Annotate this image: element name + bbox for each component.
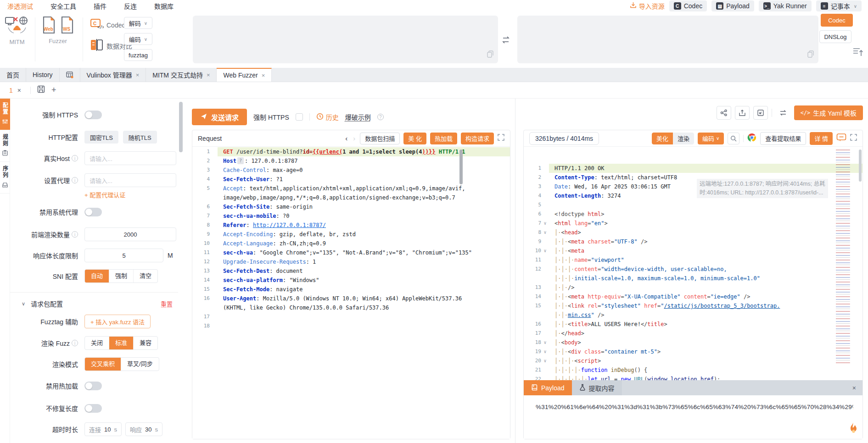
editor-line[interactable]: 7∨<html lang="en"> — [524, 219, 862, 228]
collapse-list-icon[interactable] — [852, 47, 864, 60]
sni-clear-option[interactable]: 清空 — [133, 270, 157, 282]
editor-line[interactable]: 12│·│·│·content="width=device-width, use… — [524, 265, 862, 274]
fullscreen-icon[interactable] — [498, 134, 504, 143]
fuzztag-button[interactable]: fuzztag — [124, 49, 152, 61]
close-icon[interactable]: × — [852, 384, 862, 392]
editor-line[interactable]: 16User-Agent: Mozilla/5.0 (Windows NT 10… — [192, 294, 510, 303]
tab-mitm-交互式劫持[interactable]: MITM 交互式劫持× — [146, 68, 217, 82]
swap-icon[interactable] — [501, 36, 510, 46]
force-https-checkbox[interactable] — [296, 113, 303, 121]
render-mode-cross-option[interactable]: 交叉乘积 — [85, 358, 121, 371]
payload-button[interactable]: ▤Payload — [711, 0, 754, 11]
extract-content-tab[interactable]: 提取内容 — [572, 380, 622, 395]
editor-line[interactable]: (KHTML, like Gecko) Chrome/135.0.0.0 Saf… — [192, 303, 510, 312]
editor-line[interactable]: 13Sec-Fetch-Dest: document — [192, 266, 510, 276]
editor-line[interactable]: 10Accept-Language: zh-CN,zh;q=0.9 — [192, 239, 510, 248]
beautify-button[interactable]: 美 化 — [403, 133, 426, 144]
insert-fuzz-syntax-button[interactable]: + 插入 yak.fuzz 语法 — [84, 315, 151, 328]
close-icon[interactable]: × — [207, 72, 210, 78]
send-request-button[interactable]: 发送请求 — [192, 109, 247, 125]
gm-tls-button[interactable]: 国密TLS — [84, 131, 118, 144]
editor-line[interactable]: 13│·│·/> — [524, 283, 862, 292]
copy-icon[interactable] — [807, 50, 814, 60]
response-encode-dropdown[interactable]: 编码∨ — [698, 133, 724, 144]
help-icon[interactable]: ? — [377, 114, 384, 120]
prev-packet-arrow[interactable]: ‹ — [344, 134, 348, 142]
minimap[interactable] — [836, 150, 856, 364]
side-codec-button[interactable]: Codec — [821, 14, 853, 27]
editor-line[interactable]: 20∨│·│·│·<script> — [524, 356, 862, 365]
editor-line[interactable]: 14sec-ch-ua-platform: "Windows" — [192, 276, 510, 285]
editor-line[interactable]: 6<!doctype html> — [524, 210, 862, 219]
comment-icon[interactable] — [836, 133, 846, 144]
close-icon[interactable]: × — [136, 72, 140, 78]
next-packet-arrow[interactable]: › — [352, 134, 356, 142]
decode-dropdown[interactable]: 解码∨ — [124, 17, 152, 29]
render-fuzz-standard-option[interactable]: 标准 — [109, 337, 133, 349]
editor-line[interactable]: 8∨│·<head> — [524, 228, 862, 237]
sni-force-option[interactable]: 强制 — [109, 270, 133, 282]
render-mode-pitchfork-option[interactable]: 草叉/同步 — [121, 358, 159, 371]
share-icon[interactable] — [717, 106, 731, 120]
search-icon[interactable] — [728, 133, 739, 144]
fuzzer-subtab-1[interactable]: 1 × — [6, 87, 24, 94]
editor-line[interactable]: 11sec-ch-ua: "Google Chrome";v="135", "N… — [192, 248, 510, 257]
editor-line[interactable]: 7sec-ch-ua-mobile: ?0 — [192, 211, 510, 221]
blast-example-link[interactable]: 爆破示例 — [345, 112, 371, 122]
payload-value[interactable]: %31%20%61%6e%64%20%31%3d%31%3b%73%65%6c%… — [536, 404, 853, 410]
reset-button[interactable]: 重置 — [161, 299, 173, 308]
response-render-button[interactable]: 渲染 — [673, 133, 694, 144]
disable-sys-proxy-toggle[interactable] — [84, 208, 102, 216]
editor-line[interactable]: 12Upgrade-Insecure-Requests: 1 — [192, 257, 510, 266]
rail-item-规则[interactable]: 规则 — [0, 130, 10, 162]
swap-view-icon[interactable] — [776, 106, 790, 120]
settings-scrollbar[interactable] — [179, 102, 183, 439]
editor-line[interactable]: 1HTTP/1.1 200 OK — [524, 164, 862, 173]
real-host-input[interactable]: 请输入... — [84, 151, 176, 165]
side-dnslog-button[interactable]: DNSLog — [819, 30, 851, 43]
editor-line[interactable]: 5 — [524, 200, 862, 210]
history-button[interactable]: 历史 — [316, 112, 339, 122]
menu-item-0[interactable]: 渗透测试 — [7, 1, 33, 11]
editor-line[interactable]: 18∨│·<body> — [524, 338, 862, 347]
editor-line[interactable]: 9Accept-Encoding: gzip, deflate, br, zst… — [192, 230, 510, 239]
rail-item-配置[interactable]: 配置 — [0, 99, 10, 130]
encode-dropdown[interactable]: 编码∨ — [124, 33, 152, 45]
proxy-input[interactable]: 请输入... — [84, 173, 176, 187]
tab-首页[interactable]: 首页 — [0, 68, 26, 82]
render-count-input[interactable]: 2000 — [84, 227, 176, 241]
editor-line[interactable]: 10∨│·│·<meta — [524, 246, 862, 255]
menu-item-3[interactable]: 反连 — [124, 1, 137, 11]
fold-icon[interactable]: ∨ — [541, 228, 549, 237]
close-icon[interactable]: × — [262, 72, 265, 79]
fold-icon[interactable]: ∨ — [541, 356, 549, 365]
fold-icon[interactable]: ∨ — [541, 338, 549, 347]
close-icon[interactable]: × — [17, 87, 21, 94]
editor-line[interactable]: │·│·│·initial-scale=1.0, maximum-scale=1… — [524, 274, 862, 283]
render-fuzz-off-option[interactable]: 关闭 — [85, 337, 109, 349]
response-editor-scrollbar[interactable] — [859, 150, 862, 182]
chrome-icon[interactable] — [747, 133, 756, 144]
rail-item-序列[interactable]: 序列 — [0, 162, 10, 194]
editor-line[interactable]: 15│·│·<link rel="stylesheet" href="/stat… — [524, 301, 862, 310]
editor-line[interactable]: 19∨│·│·<div class="container mt-5"> — [524, 347, 862, 356]
editor-line[interactable]: 6Sec-Fetch-Site: same-origin — [192, 202, 510, 211]
add-fuzzer-tab-button[interactable]: + — [51, 85, 56, 95]
random-tls-button[interactable]: 随机TLS — [123, 131, 157, 144]
editor-line[interactable]: │·│·min.css" /> — [524, 310, 862, 320]
hotload-button[interactable]: 热加载 — [430, 133, 457, 144]
yak-runner-button[interactable]: >_Yak Runner — [759, 0, 812, 11]
fold-icon[interactable]: ∨ — [541, 219, 549, 228]
tab-vulinbox-管理器[interactable]: Vulinbox 管理器× — [80, 68, 146, 82]
editor-line[interactable]: 17 — [192, 312, 510, 321]
save-icon[interactable] — [37, 85, 45, 95]
menu-item-4[interactable]: 数据库 — [154, 1, 174, 11]
export-icon[interactable] — [735, 106, 750, 120]
codec-input-area[interactable] — [193, 16, 498, 63]
editor-line[interactable]: 18 — [192, 321, 510, 331]
editor-line[interactable]: 14│·│·<meta http-equiv="X-UA-Compatible"… — [524, 292, 862, 301]
editor-line[interactable]: 9│·│·<meta charset="UTF-8" /> — [524, 237, 862, 246]
generate-yaml-button[interactable]: </> 生成 Yaml 模板 — [794, 105, 863, 120]
menu-item-1[interactable]: 安全工具 — [50, 1, 76, 11]
request-editor-scrollbar[interactable] — [459, 150, 463, 184]
